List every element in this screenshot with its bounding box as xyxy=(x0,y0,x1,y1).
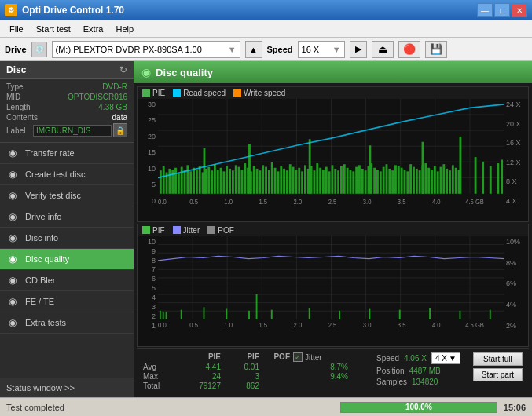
svg-rect-105 xyxy=(431,170,433,194)
svg-rect-73 xyxy=(334,169,336,194)
disc-quality-label: Disc quality xyxy=(25,254,69,264)
disc-label-btn[interactable]: 🔒 xyxy=(113,123,127,137)
svg-text:2.0: 2.0 xyxy=(294,321,303,329)
speed-arrow-btn[interactable]: ▶ xyxy=(350,41,367,58)
drive-arrow-btn[interactable]: ▲ xyxy=(245,41,262,58)
svg-rect-156 xyxy=(163,312,164,319)
stats-max-pie: 24 xyxy=(178,372,221,381)
y2-8: 8 xyxy=(138,257,158,265)
speed-dropdown-arrow: ▼ xyxy=(449,354,457,363)
eject-button[interactable]: ⏏ xyxy=(372,41,394,58)
yr2-10: 10% xyxy=(504,238,528,246)
svg-rect-117 xyxy=(309,139,311,194)
status-window-label: Status window >> xyxy=(6,383,75,392)
disc-refresh-icon[interactable]: ↻ xyxy=(119,64,127,75)
start-full-button[interactable]: Start full xyxy=(473,352,523,366)
legend-pie-label: PIE xyxy=(152,89,165,97)
svg-rect-77 xyxy=(347,168,349,194)
svg-rect-35 xyxy=(220,168,222,194)
disc-mid-key: MID xyxy=(6,93,20,101)
svg-rect-80 xyxy=(355,167,358,194)
menu-help[interactable]: Help xyxy=(109,23,140,35)
svg-rect-67 xyxy=(316,163,318,194)
disc-type-key: Type xyxy=(6,82,24,91)
status-window-button[interactable]: Status window >> xyxy=(0,378,134,397)
sidebar-item-disc-info[interactable]: ◉ Disc info xyxy=(0,228,134,249)
sidebar-item-drive-info[interactable]: ◉ Drive info xyxy=(0,206,134,228)
speed-dropdown[interactable]: 4 X ▼ xyxy=(431,352,460,364)
chart2-canvas-wrap: 10 9 8 7 6 5 4 3 2 1 10% 8% xyxy=(138,236,528,342)
svg-rect-22 xyxy=(181,167,183,194)
svg-rect-37 xyxy=(226,166,228,193)
svg-rect-99 xyxy=(413,167,415,194)
jitter-checkbox[interactable]: ✓ xyxy=(293,352,303,362)
drive-bar: Drive 💿 (M:) PLEXTOR DVDR PX-890SA 1.00 … xyxy=(0,38,532,61)
sidebar-bottom: Status window >> xyxy=(0,378,134,397)
svg-rect-164 xyxy=(339,311,340,319)
sidebar-item-cd-bler[interactable]: ◉ CD Bler xyxy=(0,270,134,291)
disc-label-input-group: 🔒 xyxy=(33,123,127,137)
stats-max-pif: 3 xyxy=(224,372,259,381)
stats-total-row: Total 79127 862 xyxy=(143,381,362,390)
svg-rect-39 xyxy=(232,170,234,194)
svg-rect-70 xyxy=(325,167,328,194)
disc-info-icon: ◉ xyxy=(6,232,19,244)
sidebar-item-disc-quality[interactable]: ◉ Disc quality xyxy=(0,249,134,270)
save-button[interactable]: 💾 xyxy=(425,41,447,58)
refresh-button[interactable]: 🔴 xyxy=(398,41,420,58)
svg-text:2.5: 2.5 xyxy=(328,321,337,329)
svg-rect-24 xyxy=(186,165,189,193)
svg-text:3.5: 3.5 xyxy=(398,198,406,206)
svg-rect-101 xyxy=(419,170,421,194)
svg-rect-81 xyxy=(358,165,361,193)
speed-select[interactable]: 16 X ▼ xyxy=(298,41,345,58)
stats-pof-header: POF xyxy=(262,352,290,362)
stats-avg-label: Avg xyxy=(143,363,174,371)
legend-write-speed-dot xyxy=(233,89,241,97)
svg-rect-91 xyxy=(388,169,391,194)
create-test-disc-icon: ◉ xyxy=(6,168,19,181)
menu-extra[interactable]: Extra xyxy=(77,23,110,35)
maximize-button[interactable]: □ xyxy=(494,3,510,17)
stats-total-jitter xyxy=(293,381,348,390)
stats-bar: PIE PIF POF ✓ Jitter Avg 4.41 0.01 xyxy=(137,348,529,394)
sidebar-item-fe-te[interactable]: ◉ FE / TE xyxy=(0,291,134,312)
svg-rect-125 xyxy=(501,160,503,194)
drive-icon: 💿 xyxy=(31,42,47,57)
action-buttons: Start full Start part xyxy=(473,352,523,381)
disc-label-field[interactable] xyxy=(33,125,112,137)
svg-rect-42 xyxy=(240,170,243,194)
sidebar-item-verify-test-disc[interactable]: ◉ Verify test disc xyxy=(0,185,134,206)
speed-value: 16 X xyxy=(302,45,320,54)
svg-rect-88 xyxy=(380,171,382,193)
progress-bar-container: 100.0% xyxy=(340,402,497,413)
svg-rect-25 xyxy=(189,171,192,193)
svg-rect-68 xyxy=(319,168,321,194)
start-part-button[interactable]: Start part xyxy=(473,368,523,381)
svg-text:2.5: 2.5 xyxy=(328,198,337,206)
svg-rect-157 xyxy=(166,312,167,319)
svg-rect-27 xyxy=(196,170,198,194)
status-time: 15:06 xyxy=(504,403,526,412)
sidebar-item-create-test-disc[interactable]: ◉ Create test disc xyxy=(0,164,134,185)
chart1-legend: PIE Read speed Write speed xyxy=(138,87,528,99)
yr2-2: 2% xyxy=(504,322,528,330)
jitter-check-group[interactable]: ✓ Jitter xyxy=(293,352,348,362)
svg-rect-169 xyxy=(490,309,491,319)
y2-9: 9 xyxy=(138,247,158,255)
minimize-button[interactable]: — xyxy=(477,3,493,17)
stats-max-pof xyxy=(262,372,290,381)
pie-chart-container: PIE Read speed Write speed 30 2 xyxy=(137,86,529,222)
pif-chart-container: PIF Jitter POF 10 9 xyxy=(137,224,529,347)
close-button[interactable]: ✕ xyxy=(512,3,527,17)
y2-1: 1 xyxy=(138,322,158,330)
y2-10: 10 xyxy=(138,238,158,246)
svg-rect-33 xyxy=(214,164,216,194)
drive-select[interactable]: (M:) PLEXTOR DVDR PX-890SA 1.00 ▼ xyxy=(52,41,240,58)
menu-file[interactable]: File xyxy=(3,23,30,35)
menu-start-test[interactable]: Start test xyxy=(30,23,77,35)
stats-avg-row: Avg 4.41 0.01 8.7% xyxy=(143,363,362,371)
sidebar-item-extra-tests[interactable]: ◉ Extra tests xyxy=(0,312,134,334)
legend-jitter: Jitter xyxy=(173,226,200,235)
sidebar-item-transfer-rate[interactable]: ◉ Transfer rate xyxy=(0,143,134,164)
